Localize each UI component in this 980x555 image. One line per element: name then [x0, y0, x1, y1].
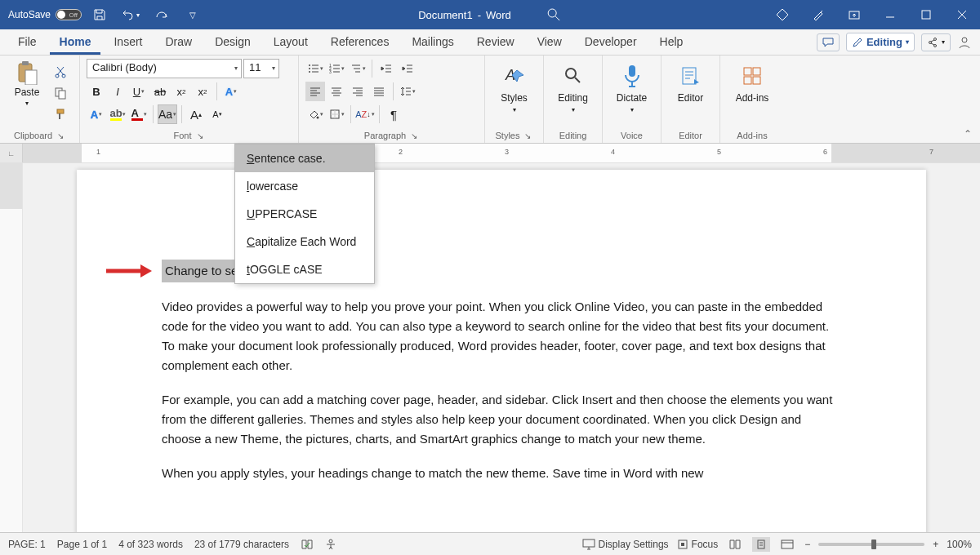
status-spellcheck[interactable] — [301, 539, 314, 550]
tab-file[interactable]: File — [8, 30, 47, 55]
underline-button[interactable]: U — [129, 82, 149, 101]
strikethrough-button[interactable]: ab — [150, 82, 170, 101]
paragraph-dialog-launcher[interactable]: ↘ — [409, 131, 419, 140]
minimize-button[interactable] — [872, 0, 908, 29]
zoom-in-button[interactable]: + — [933, 539, 938, 550]
superscript-button[interactable]: x2 — [193, 82, 212, 101]
redo-button[interactable] — [149, 0, 175, 29]
paragraph-1[interactable]: Video provides a powerful way to help yo… — [162, 297, 841, 375]
account-icon[interactable] — [957, 35, 972, 50]
shrink-font-button[interactable]: A▾ — [207, 104, 227, 124]
font-name-combo[interactable]: Calibri (Body) ▾ — [87, 59, 242, 78]
menu-lowercase[interactable]: lowercase — [235, 172, 374, 200]
styles-dialog-launcher[interactable]: ↘ — [523, 131, 532, 140]
coming-soon-button[interactable] — [800, 0, 836, 29]
tab-view[interactable]: View — [528, 30, 572, 55]
align-left-button[interactable] — [305, 82, 325, 101]
read-mode-button[interactable] — [726, 537, 744, 552]
diamond-button[interactable] — [764, 0, 800, 29]
menu-uppercase[interactable]: UPPERCASE — [235, 200, 374, 228]
document-page[interactable]: Change to sentence case Video provides a… — [77, 170, 926, 532]
close-button[interactable] — [944, 0, 980, 29]
justify-button[interactable] — [369, 82, 389, 101]
subscript-button[interactable]: x2 — [172, 82, 191, 101]
paste-button[interactable]: Paste ▾ — [7, 59, 47, 107]
cut-button[interactable] — [51, 62, 70, 82]
menu-sentence-case[interactable]: SSentence case.entence case. — [235, 144, 374, 172]
editing-group-button[interactable]: Editing▾ — [550, 59, 595, 113]
indent-icon — [402, 63, 413, 74]
format-painter-button[interactable] — [51, 104, 70, 124]
display-settings-button[interactable]: Display Settings — [582, 539, 669, 550]
text-effects-button[interactable]: A — [221, 82, 241, 101]
increase-indent-button[interactable] — [398, 59, 417, 78]
clipboard-dialog-launcher[interactable]: ↘ — [56, 131, 65, 140]
comments-button[interactable] — [817, 33, 840, 51]
ribbon-display-button[interactable] — [836, 0, 872, 29]
tab-review[interactable]: Review — [467, 30, 524, 55]
sort-button[interactable]: AZ↓ — [355, 104, 375, 124]
dictate-button[interactable]: Dictate▾ — [609, 59, 654, 113]
bold-button[interactable]: B — [87, 82, 106, 101]
quick-access-customize[interactable]: ▽ — [180, 0, 206, 29]
styles-button[interactable]: A Styles▾ — [492, 59, 537, 113]
search-icon[interactable] — [546, 7, 562, 23]
tab-insert[interactable]: Insert — [104, 30, 152, 55]
tab-mailings[interactable]: Mailings — [402, 30, 463, 55]
decrease-indent-button[interactable] — [376, 59, 396, 78]
align-right-button[interactable] — [348, 82, 368, 101]
web-layout-button[interactable] — [778, 537, 796, 552]
zoom-out-button[interactable]: − — [804, 539, 810, 550]
maximize-button[interactable] — [908, 0, 944, 29]
zoom-level[interactable]: 100% — [947, 539, 972, 550]
paragraph-2[interactable]: For example, you can add a matching cove… — [162, 390, 841, 449]
font-color-button[interactable]: A — [129, 104, 149, 124]
shading-button[interactable] — [305, 104, 325, 124]
copy-button[interactable] — [51, 83, 70, 103]
status-char-count[interactable]: 23 of 1779 characters — [194, 539, 289, 550]
collapse-ribbon-button[interactable]: ⌃ — [964, 128, 972, 140]
status-page-number[interactable]: PAGE: 1 — [8, 539, 46, 550]
tab-developer[interactable]: Developer — [575, 30, 647, 55]
borders-button[interactable] — [327, 104, 346, 124]
multilevel-list-button[interactable] — [348, 59, 368, 78]
status-word-count[interactable]: 4 of 323 words — [118, 539, 183, 550]
line-spacing-button[interactable] — [398, 82, 417, 101]
focus-button[interactable]: Focus — [677, 539, 719, 550]
menu-capitalize-each-word[interactable]: Capitalize Each Word — [235, 228, 374, 255]
show-hide-marks-button[interactable]: ¶ — [384, 104, 403, 124]
tab-help[interactable]: Help — [650, 30, 693, 55]
change-case-button[interactable]: Aa — [158, 104, 177, 124]
tab-home[interactable]: Home — [50, 30, 101, 55]
editor-button[interactable]: Editor — [668, 59, 713, 104]
status-accessibility[interactable] — [325, 539, 336, 550]
slider-thumb-icon[interactable] — [871, 539, 876, 549]
tab-layout[interactable]: Layout — [264, 30, 318, 55]
tab-references[interactable]: References — [321, 30, 399, 55]
menu-toggle-case[interactable]: tOGGLE cASE — [235, 255, 374, 283]
editing-mode-button[interactable]: Editing ▾ — [846, 33, 915, 51]
toggle-switch-icon[interactable]: Off — [56, 9, 82, 20]
horizontal-ruler[interactable]: ∟ 1 1 2 3 4 5 6 7 — [0, 144, 980, 163]
undo-button[interactable]: ▾ — [118, 0, 144, 29]
tab-draw[interactable]: Draw — [155, 30, 202, 55]
font-outline-button[interactable]: A — [87, 104, 106, 124]
paragraph-3[interactable]: When you apply styles, your headings cha… — [162, 464, 841, 483]
autosave-toggle[interactable]: AutoSave Off — [8, 9, 82, 20]
bullets-button[interactable] — [305, 59, 325, 78]
font-size-combo[interactable]: 11 ▾ — [243, 59, 279, 78]
align-center-button[interactable] — [327, 82, 346, 101]
numbering-button[interactable]: 123 — [327, 59, 346, 78]
tab-design[interactable]: Design — [205, 30, 261, 55]
font-dialog-launcher[interactable]: ↘ — [195, 131, 205, 140]
vertical-ruler[interactable] — [0, 163, 23, 532]
grow-font-button[interactable]: A▴ — [186, 104, 206, 124]
status-page-count[interactable]: Page 1 of 1 — [57, 539, 107, 550]
save-button[interactable] — [87, 0, 113, 29]
addins-button[interactable]: Add-ins — [728, 59, 776, 104]
highlight-button[interactable]: ab — [108, 104, 127, 124]
share-button[interactable]: ▾ — [921, 33, 951, 51]
italic-button[interactable]: I — [108, 82, 127, 101]
print-layout-button[interactable] — [752, 537, 770, 552]
zoom-slider[interactable] — [818, 543, 924, 546]
